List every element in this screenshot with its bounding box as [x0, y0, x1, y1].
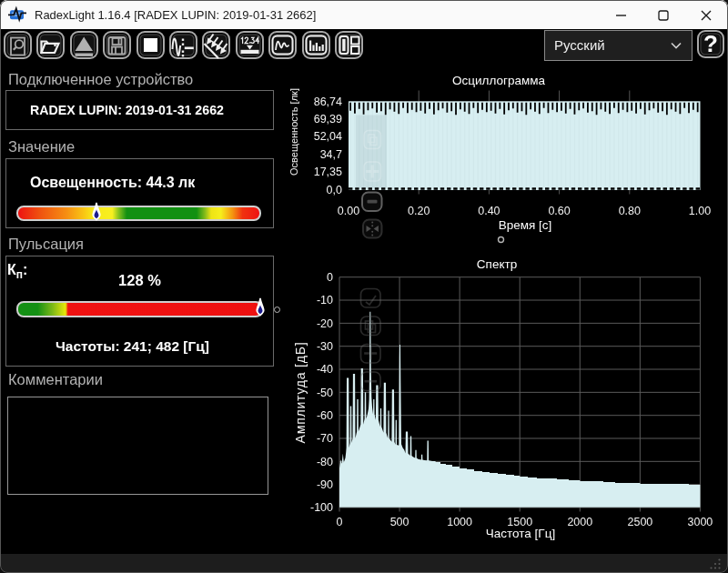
svg-text:Освещенность [лк]: Освещенность [лк]	[288, 88, 299, 176]
svg-text:86,74: 86,74	[314, 96, 342, 108]
svg-text:-70: -70	[317, 432, 333, 445]
svg-text:-20: -20	[317, 317, 333, 330]
svg-text:0.40: 0.40	[478, 205, 500, 217]
svg-text:-50: -50	[317, 387, 333, 399]
svg-text:-40: -40	[317, 363, 333, 376]
svg-text:Амплитуда [дБ]: Амплитуда [дБ]	[293, 342, 308, 444]
svg-text:34,7: 34,7	[320, 148, 342, 161]
svg-text:-80: -80	[317, 456, 333, 468]
svg-text:-100: -100	[310, 501, 333, 514]
svg-text:-90: -90	[317, 478, 333, 491]
svg-text:2000: 2000	[567, 516, 592, 528]
svg-text:0: 0	[327, 271, 333, 284]
svg-text:Осциллограмма: Осциллограмма	[452, 74, 545, 87]
svg-text:Частота [Гц]: Частота [Гц]	[486, 527, 555, 540]
svg-text:-60: -60	[317, 409, 333, 422]
svg-text:0.60: 0.60	[548, 205, 570, 217]
svg-text:3000: 3000	[687, 516, 713, 528]
svg-text:52,04: 52,04	[314, 130, 342, 143]
svg-text:-10: -10	[317, 294, 333, 307]
svg-text:17,35: 17,35	[314, 166, 342, 178]
svg-text:-30: -30	[317, 340, 333, 353]
svg-text:Спектр: Спектр	[477, 257, 517, 271]
svg-text:1000: 1000	[447, 516, 472, 528]
svg-text:Время [с]: Время [с]	[499, 218, 552, 232]
svg-text:0.80: 0.80	[619, 205, 641, 217]
svg-text:0: 0	[337, 516, 343, 528]
svg-text:0,0: 0,0	[327, 184, 342, 196]
svg-text:2500: 2500	[627, 516, 652, 528]
svg-text:0.20: 0.20	[408, 205, 430, 217]
svg-text:69,39: 69,39	[314, 113, 342, 126]
svg-text:500: 500	[390, 516, 410, 528]
svg-text:1.00: 1.00	[689, 205, 711, 217]
svg-text:0.00: 0.00	[338, 205, 359, 217]
